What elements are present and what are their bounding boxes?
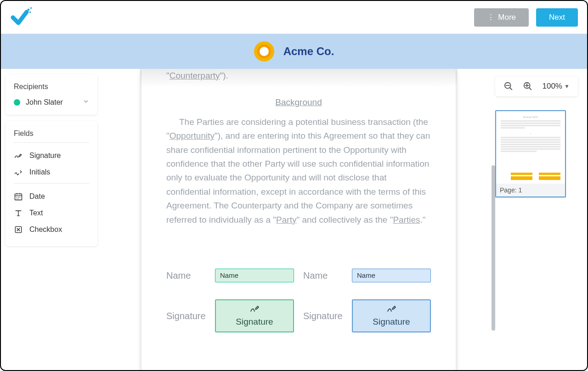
zoom-out-button[interactable]	[503, 81, 514, 91]
zoom-controls: 100% ▼	[495, 76, 578, 96]
fields-title: Fields	[14, 129, 89, 138]
divider	[14, 183, 89, 184]
workspace: Recipients John Slater Fields Signature	[1, 69, 587, 370]
name-label: Name	[303, 268, 345, 283]
recipient-row[interactable]: John Slater	[14, 98, 89, 107]
right-sidebar: 100% ▼ Mutual NDA • Page: 1	[495, 69, 587, 370]
thumbnail-page-1[interactable]: Mutual NDA • Page: 1	[495, 110, 566, 197]
field-label: Text	[29, 209, 43, 217]
signature-field-signer-1[interactable]: Signature	[215, 299, 294, 332]
document-canvas: "Counterparty"). Background The Parties …	[102, 69, 495, 370]
zoom-in-button[interactable]	[523, 81, 533, 91]
recipient-color-dot	[14, 99, 20, 106]
thumbnail-page-label: Page: 1	[496, 184, 565, 197]
more-button[interactable]: ⋮ More	[474, 8, 529, 27]
name-label: Name	[166, 268, 209, 283]
thumbnail-preview: Mutual NDA •	[496, 111, 565, 184]
signature-label: Signature	[303, 309, 345, 323]
field-label: Signature	[29, 152, 61, 160]
signature-icon	[248, 303, 261, 314]
field-label: Date	[29, 192, 45, 201]
signature-label: Signature	[166, 309, 209, 323]
field-checkbox[interactable]: Checkbox	[14, 221, 89, 238]
caret-down-icon: ▼	[564, 83, 570, 90]
checkbox-icon	[14, 225, 23, 234]
svg-rect-1	[30, 7, 32, 9]
doc-fragment-counterparty: "Counterparty").	[166, 69, 431, 83]
svg-rect-0	[28, 9, 29, 11]
field-initials[interactable]: Initials	[14, 164, 89, 180]
top-actions: ⋮ More Next	[474, 8, 578, 27]
checkmark-logo-icon	[10, 7, 32, 28]
field-date[interactable]: Date	[14, 188, 89, 205]
kebab-icon: ⋮	[487, 12, 494, 22]
company-name: Acme Co.	[283, 45, 334, 58]
signature-row-left: Signature Signature	[166, 299, 294, 332]
topbar: ⋮ More Next	[1, 1, 587, 34]
left-sidebar: Recipients John Slater Fields Signature	[1, 69, 102, 370]
more-button-label: More	[498, 13, 516, 22]
name-row-right: Name Name	[303, 268, 431, 283]
vertical-scrollbar[interactable]	[492, 165, 495, 331]
doc-section-title: Background	[166, 96, 431, 109]
field-label: Initials	[29, 168, 50, 176]
chevron-down-icon	[83, 98, 89, 107]
signature-row-right: Signature Signature	[303, 299, 431, 332]
calendar-icon	[14, 192, 23, 201]
zoom-level-dropdown[interactable]: 100% ▼	[543, 82, 570, 91]
recipients-title: Recipients	[14, 83, 89, 91]
document-page[interactable]: "Counterparty"). Background The Parties …	[141, 69, 456, 370]
next-button[interactable]: Next	[536, 8, 578, 27]
recipient-name: John Slater	[26, 98, 77, 107]
name-field-signer-1[interactable]: Name	[215, 269, 294, 282]
signature-icon	[385, 303, 398, 314]
next-button-label: Next	[549, 13, 565, 22]
signature-icon	[14, 151, 23, 160]
field-label: Checkbox	[29, 225, 62, 234]
field-signature[interactable]: Signature	[14, 147, 89, 164]
svg-rect-2	[29, 11, 31, 13]
zoom-level-text: 100%	[543, 82, 562, 91]
signature-grid: Name Name Name Name Signature Signature	[166, 268, 431, 332]
page-thumbnails: Mutual NDA • Page: 1	[495, 110, 566, 197]
name-field-signer-2[interactable]: Name	[352, 269, 431, 282]
name-row-left: Name Name	[166, 268, 294, 283]
text-icon	[14, 208, 23, 218]
initials-icon	[14, 168, 23, 177]
brand-strip: Acme Co.	[1, 34, 587, 69]
recipients-panel: Recipients John Slater	[6, 74, 97, 115]
doc-paragraph: The Parties are considering a potential …	[166, 115, 431, 227]
company-logo-icon	[254, 41, 274, 62]
fields-panel: Fields Signature Initials Date	[6, 121, 97, 246]
app-logo	[10, 7, 32, 28]
field-text[interactable]: Text	[14, 205, 89, 221]
divider	[14, 142, 89, 143]
signature-field-signer-2[interactable]: Signature	[352, 299, 431, 332]
